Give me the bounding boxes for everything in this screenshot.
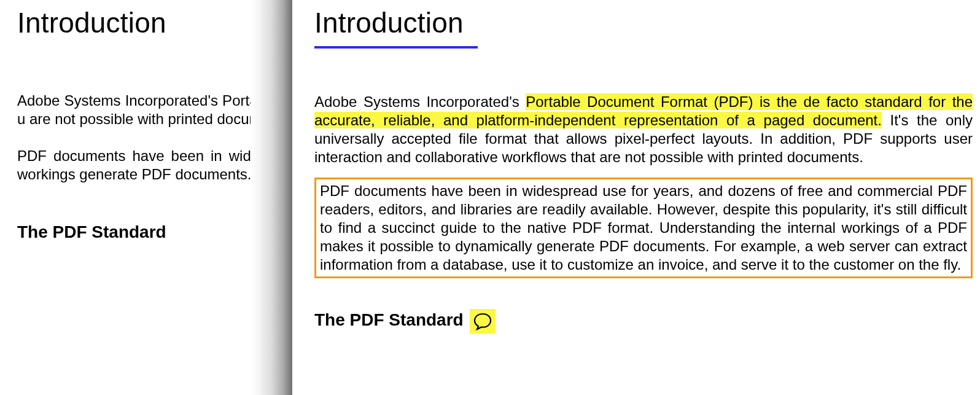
page-right: Introduction Adobe Systems Incorporated'… <box>251 0 980 395</box>
page-right-paragraph-1: Adobe Systems Incorporated's Portable Do… <box>314 93 973 166</box>
subheading-row: The PDF Standard <box>314 308 973 332</box>
page-gutter-edge <box>292 0 317 395</box>
page-left-subheading: The PDF Standard <box>17 222 166 243</box>
page-gutter-shadow <box>251 0 306 395</box>
rectangle-annotation[interactable]: PDF documents have been in widespread us… <box>314 178 973 278</box>
page-right-paragraph-2: PDF documents have been in widespread us… <box>320 182 967 273</box>
page-right-title: Introduction <box>314 7 973 39</box>
para1-text-before: Adobe Systems Incorporated's <box>314 93 526 110</box>
speech-bubble-icon <box>473 312 492 330</box>
page-right-subheading: The PDF Standard <box>314 310 464 330</box>
page-right-content: Introduction Adobe Systems Incorporated'… <box>314 7 973 332</box>
document-compare-view: Introduction Adobe Systems Incorporated'… <box>0 0 980 395</box>
comment-annotation-icon[interactable] <box>470 309 496 334</box>
